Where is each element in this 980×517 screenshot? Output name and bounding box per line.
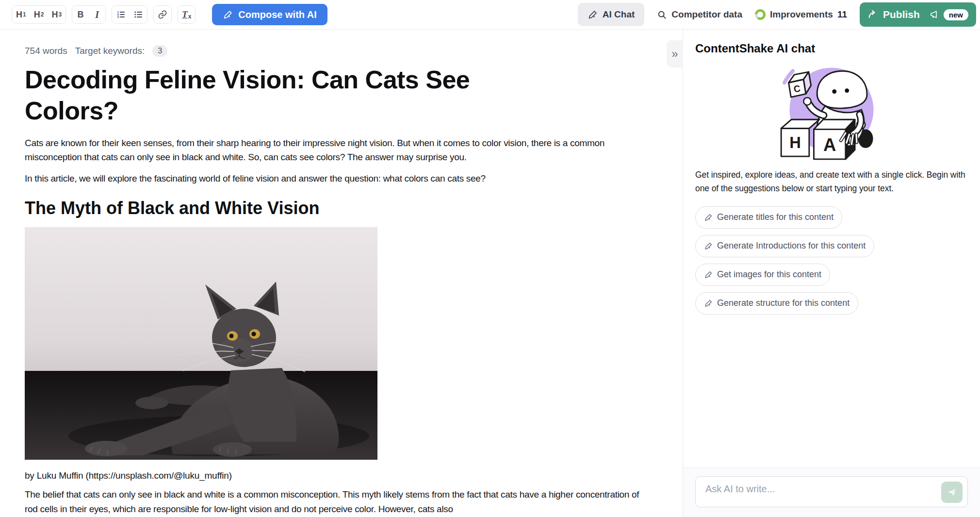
- collapse-sidebar-button[interactable]: »: [667, 40, 683, 67]
- h2-button[interactable]: H2: [30, 6, 48, 23]
- italic-button[interactable]: I: [89, 6, 105, 23]
- editor-canvas[interactable]: 754 words Target keywords: 3 Decoding Fe…: [0, 30, 683, 517]
- article-title[interactable]: Decoding Feline Vision: Can Cats See Col…: [25, 65, 568, 127]
- clear-format-button-group: Tx: [178, 5, 196, 24]
- image-caption[interactable]: by Luku Muffin (https://unsplash.com/@lu…: [25, 470, 683, 481]
- h1-button[interactable]: H1: [12, 6, 30, 23]
- competitor-data-button[interactable]: Competitor data: [657, 9, 742, 20]
- bold-button[interactable]: B: [72, 6, 89, 23]
- heading-button-group: H1 H2 H3: [12, 5, 66, 24]
- pen-sparkle-icon: [704, 242, 713, 250]
- sidebar-title: ContentShake AI chat: [695, 42, 968, 55]
- clear-format-x: x: [188, 13, 192, 20]
- paper-plane-icon: [947, 487, 957, 498]
- compose-with-ai-button[interactable]: Compose with AI: [212, 4, 327, 25]
- keywords-count-badge[interactable]: 3: [152, 45, 167, 57]
- ai-chat-button[interactable]: AI Chat: [578, 3, 645, 26]
- h3-glyph: H: [51, 10, 58, 20]
- search-icon: [657, 10, 667, 20]
- clear-format-t: T: [182, 9, 188, 20]
- article-paragraph-3[interactable]: The belief that cats can only see in bla…: [25, 487, 640, 516]
- megaphone-icon: [929, 9, 939, 20]
- suggestion-generate-introductions[interactable]: Generate Introductions for this content: [695, 235, 874, 257]
- publish-area: Publish new: [860, 2, 976, 27]
- suggestion-label: Generate structure for this content: [717, 298, 849, 308]
- competitor-data-label: Competitor data: [671, 9, 742, 20]
- suggestion-generate-titles[interactable]: Generate titles for this content: [695, 206, 842, 229]
- pen-sparkle-icon: [588, 10, 598, 20]
- ask-box: [695, 476, 968, 507]
- ordered-list-icon: 1 2 3: [116, 10, 126, 19]
- send-button[interactable]: [941, 482, 963, 503]
- toolbar: H1 H2 H3 B I 1 2 3: [0, 0, 980, 30]
- suggestion-label: Generate titles for this content: [717, 212, 833, 222]
- new-badge: new: [944, 9, 968, 20]
- article-paragraph-2[interactable]: In this article, we will explore the fas…: [25, 171, 640, 185]
- pen-sparkle-icon: [704, 299, 713, 308]
- h1-sub: 1: [23, 11, 26, 18]
- pen-sparkle-icon: [704, 213, 713, 222]
- article-paragraph-1[interactable]: Cats are known for their keen senses, fr…: [25, 136, 640, 165]
- h1-glyph: H: [16, 10, 22, 20]
- robot-illustration: C H A 1: [771, 57, 892, 164]
- whats-new-button[interactable]: new: [929, 9, 968, 20]
- clear-format-button[interactable]: Tx: [178, 6, 195, 23]
- link-icon: [158, 10, 167, 19]
- svg-text:A: A: [823, 135, 836, 155]
- link-button-group: [153, 5, 172, 24]
- ai-chat-sidebar: » ContentShake AI chat C: [683, 30, 980, 517]
- suggestion-get-images[interactable]: Get images for this content: [695, 264, 830, 286]
- ordered-list-button[interactable]: 1 2 3: [112, 6, 130, 23]
- pen-sparkle-icon: [223, 10, 233, 20]
- ask-ai-input[interactable]: [696, 477, 967, 507]
- sidebar-intro: Get inspired, explore ideas, and create …: [695, 168, 969, 196]
- bullet-list-button[interactable]: [130, 6, 147, 23]
- target-keywords-label: Target keywords:: [75, 46, 145, 56]
- suggestion-generate-structure[interactable]: Generate structure for this content: [695, 292, 858, 315]
- pen-sparkle-icon: [704, 270, 713, 279]
- improvements-button[interactable]: Improvements 11: [755, 9, 847, 20]
- bullet-list-icon: [133, 10, 143, 19]
- ai-chat-label: AI Chat: [603, 9, 635, 20]
- style-button-group: B I: [72, 5, 106, 24]
- improvements-count: 11: [837, 9, 847, 20]
- list-button-group: 1 2 3: [112, 5, 147, 24]
- publish-button[interactable]: Publish: [867, 9, 920, 20]
- h3-sub: 3: [58, 11, 62, 18]
- svg-text:H: H: [789, 133, 801, 151]
- chat-input-area: [683, 467, 980, 517]
- section-heading[interactable]: The Myth of Black and White Vision: [25, 198, 683, 218]
- suggestion-label: Get images for this content: [717, 269, 821, 280]
- document-meta: 754 words Target keywords: 3: [25, 45, 683, 57]
- double-chevron-right-icon: »: [671, 47, 678, 61]
- word-count: 754 words: [25, 46, 67, 56]
- h2-glyph: H: [34, 10, 40, 20]
- italic-glyph: I: [95, 9, 99, 20]
- h3-button[interactable]: H3: [48, 6, 65, 23]
- cat-photo: [25, 227, 377, 460]
- compose-label: Compose with AI: [238, 9, 316, 20]
- toolbar-right: AI Chat Competitor data Improvements 11 …: [578, 2, 976, 27]
- formatting-tools: H1 H2 H3 B I 1 2 3: [12, 4, 327, 25]
- bold-glyph: B: [78, 10, 84, 20]
- link-button[interactable]: [154, 6, 171, 23]
- suggestion-list: Generate titles for this content Generat…: [695, 206, 968, 315]
- article-image[interactable]: [25, 227, 377, 460]
- improvements-label: Improvements: [770, 9, 833, 20]
- improvements-donut-icon: [755, 9, 766, 20]
- publish-label: Publish: [883, 9, 920, 20]
- h2-sub: 2: [41, 11, 44, 18]
- suggestion-label: Generate Introductions for this content: [717, 241, 866, 251]
- share-arrow-icon: [867, 9, 878, 20]
- svg-text:3: 3: [117, 15, 119, 18]
